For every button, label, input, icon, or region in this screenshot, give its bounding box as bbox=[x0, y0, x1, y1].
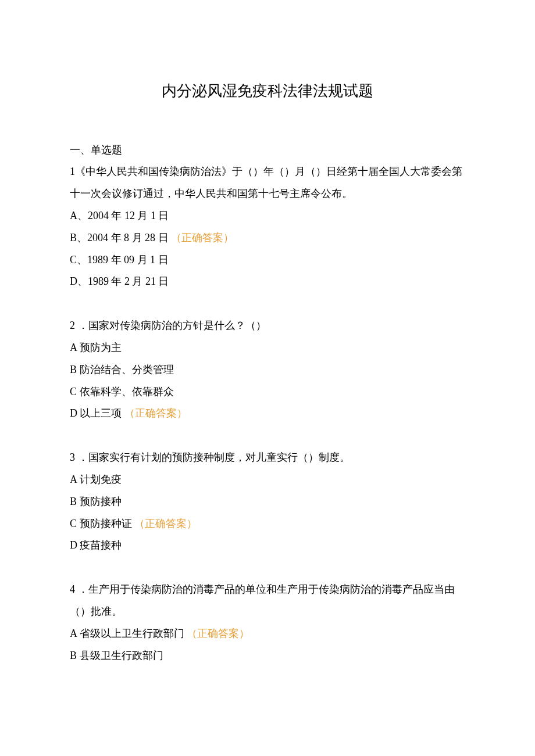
option-c: C 预防接种证 （正确答案） bbox=[70, 513, 465, 535]
option-a: A 省级以上卫生行政部门 （正确答案） bbox=[70, 623, 465, 645]
question-block-1: 一、单选题 1《中华人民共和国传染病防治法》于（）年（）月（）日经第十届全国人大… bbox=[70, 139, 465, 293]
question-block-3: 3 ．国家实行有计划的预防接种制度，对儿童实行（）制度。 A 计划免疫 B 预防… bbox=[70, 447, 465, 557]
question-stem: 1《中华人民共和国传染病防治法》于（）年（）月（）日经第十届全国人大常委会第十一… bbox=[70, 161, 465, 205]
option-d: D 疫苗接种 bbox=[70, 535, 465, 557]
option-c-text: C 预防接种证 bbox=[70, 518, 132, 529]
option-b: B 县级卫生行政部门 bbox=[70, 645, 465, 667]
question-block-2: 2 ．国家对传染病防治的方针是什么？（） A 预防为主 B 防治结合、分类管理 … bbox=[70, 315, 465, 425]
option-a-text: A 省级以上卫生行政部门 bbox=[70, 628, 184, 639]
option-b: B、2004 年 8 月 28 日 （正确答案） bbox=[70, 227, 465, 249]
section-heading: 一、单选题 bbox=[70, 139, 465, 162]
question-stem: 2 ．国家对传染病防治的方针是什么？（） bbox=[70, 315, 465, 337]
option-c: C、1989 年 09 月 1 日 bbox=[70, 249, 465, 271]
option-d: D 以上三项 （正确答案） bbox=[70, 403, 465, 425]
document-page: 内分泌风湿免疫科法律法规试题 一、单选题 1《中华人民共和国传染病防治法》于（）… bbox=[0, 0, 535, 756]
option-a: A 预防为主 bbox=[70, 337, 465, 359]
option-d: D、1989 年 2 月 21 日 bbox=[70, 271, 465, 293]
question-stem: 3 ．国家实行有计划的预防接种制度，对儿童实行（）制度。 bbox=[70, 447, 465, 469]
question-stem: 4 ．生产用于传染病防治的消毒产品的单位和生产用于传染病防治的消毒产品应当由（）… bbox=[70, 579, 465, 623]
option-a: A、2004 年 12 月 1 日 bbox=[70, 205, 465, 227]
option-d-text: D 以上三项 bbox=[70, 407, 122, 419]
option-c: C 依靠科学、依靠群众 bbox=[70, 381, 465, 403]
option-b: B 防治结合、分类管理 bbox=[70, 359, 465, 381]
option-a: A 计划免疫 bbox=[70, 469, 465, 491]
correct-answer-label: （正确答案） bbox=[171, 232, 234, 243]
option-b-text: B、2004 年 8 月 28 日 bbox=[70, 232, 169, 243]
option-b: B 预防接种 bbox=[70, 491, 465, 513]
correct-answer-label: （正确答案） bbox=[134, 518, 197, 529]
document-title: 内分泌风湿免疫科法律法规试题 bbox=[70, 76, 465, 108]
correct-answer-label: （正确答案） bbox=[187, 628, 249, 639]
correct-answer-label: （正确答案） bbox=[124, 407, 187, 419]
question-block-4: 4 ．生产用于传染病防治的消毒产品的单位和生产用于传染病防治的消毒产品应当由（）… bbox=[70, 579, 465, 667]
